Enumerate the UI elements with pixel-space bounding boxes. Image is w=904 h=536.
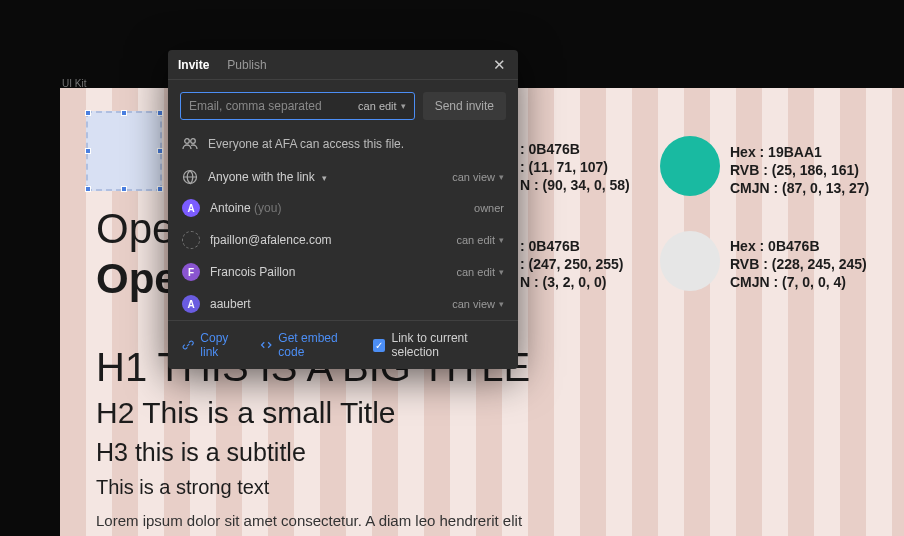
perm-select[interactable]: can edit ▾ [358, 100, 406, 112]
perm-owner: owner [474, 202, 504, 214]
modal-header: Invite Publish ✕ [168, 50, 518, 80]
color-info-left-top: : 0B476B : (11, 71, 107) N : (90, 34, 0,… [520, 140, 630, 195]
people-icon [182, 136, 198, 152]
cmjn-label: CMJN : (7, 0, 0, 4) [730, 273, 867, 291]
cmjn-label: N : (90, 34, 0, 58) [520, 176, 630, 194]
hex-label: Hex : 0B476B [730, 237, 867, 255]
perm-dropdown[interactable]: can view ▾ [452, 171, 504, 183]
perm-label: can view [452, 171, 495, 183]
h3-text: H3 this is a subtitle [96, 438, 306, 467]
avatar: A [182, 199, 200, 217]
person-row: A Antoine (you) owner [182, 192, 504, 224]
rvb-label: RVB : (228, 245, 245) [730, 255, 867, 273]
person-name: Francois Paillon [210, 265, 446, 279]
person-name: aaubert [210, 297, 442, 311]
resize-handle[interactable] [157, 110, 163, 116]
hex-label: : 0B476B [520, 237, 624, 255]
rvb-label: RVB : (25, 186, 161) [730, 161, 869, 179]
perm-dropdown[interactable]: can edit ▾ [456, 266, 504, 278]
chevron-down-icon: ▾ [499, 172, 504, 182]
open-bold-text: Ope [96, 255, 178, 303]
cmjn-label: N : (3, 2, 0, 0) [520, 273, 624, 291]
you-label: (you) [254, 201, 281, 215]
access-info: Everyone at AFA can access this file. [168, 132, 518, 162]
color-swatch-green [660, 136, 720, 196]
embed-code-button[interactable]: Get embed code [260, 331, 357, 359]
avatar: F [182, 263, 200, 281]
strong-text: This is a strong text [96, 476, 269, 499]
hex-label: Hex : 19BAA1 [730, 143, 869, 161]
invite-row: can edit ▾ Send invite [168, 80, 518, 132]
name-text: Antoine [210, 201, 251, 215]
svg-point-1 [191, 139, 196, 144]
chevron-down-icon: ▾ [401, 101, 406, 111]
resize-handle[interactable] [157, 186, 163, 192]
anyone-with-link-row: Anyone with the link ▾ can view ▾ [182, 162, 504, 192]
resize-handle[interactable] [85, 148, 91, 154]
rvb-label: : (247, 250, 255) [520, 255, 624, 273]
send-invite-button[interactable]: Send invite [423, 92, 506, 120]
hex-label: : 0B476B [520, 140, 630, 158]
tab-publish[interactable]: Publish [227, 52, 266, 78]
person-row: fpaillon@afalence.com can edit ▾ [182, 224, 504, 256]
chevron-down-icon: ▾ [499, 267, 504, 277]
copy-link-button[interactable]: Copy link [182, 331, 244, 359]
copy-link-label: Copy link [200, 331, 244, 359]
perm-label: can edit [456, 234, 495, 246]
link-selection-label: Link to current selection [392, 331, 504, 359]
person-name: Antoine (you) [210, 201, 464, 215]
link-icon [182, 338, 194, 352]
resize-handle[interactable] [121, 186, 127, 192]
h2-text: H2 This is a small Title [96, 396, 396, 430]
avatar-initial: A [187, 203, 194, 214]
resize-handle[interactable] [85, 186, 91, 192]
perm-label: can edit [358, 100, 397, 112]
pending-avatar-icon [182, 231, 200, 249]
invite-modal: Invite Publish ✕ can edit ▾ Send invite … [168, 50, 518, 369]
code-icon [260, 338, 272, 352]
perm-label: can edit [456, 266, 495, 278]
perm-label: can view [452, 298, 495, 310]
cmjn-label: CMJN : (87, 0, 13, 27) [730, 179, 869, 197]
color-info-right-top: Hex : 19BAA1 RVB : (25, 186, 161) CMJN :… [730, 143, 869, 198]
avatar: A [182, 295, 200, 313]
color-info-left-bot: : 0B476B : (247, 250, 255) N : (3, 2, 0,… [520, 237, 624, 292]
color-info-right-bot: Hex : 0B476B RVB : (228, 245, 245) CMJN … [730, 237, 867, 292]
chevron-down-icon[interactable]: ▾ [322, 173, 327, 183]
color-swatch-grey [660, 231, 720, 291]
tab-invite[interactable]: Invite [178, 52, 209, 78]
svg-point-0 [185, 139, 190, 144]
paragraph-text: Lorem ipsum dolor sit amet consectetur. … [96, 510, 522, 533]
chevron-down-icon: ▾ [499, 235, 504, 245]
embed-label: Get embed code [278, 331, 357, 359]
resize-handle[interactable] [121, 110, 127, 116]
open-light-text: Ope [96, 205, 175, 253]
uikit-label: UI Kit [62, 78, 86, 89]
chevron-down-icon: ▾ [499, 299, 504, 309]
selection-frame[interactable] [86, 111, 162, 191]
modal-footer: Copy link Get embed code ✓ Link to curre… [168, 320, 518, 369]
resize-handle[interactable] [85, 110, 91, 116]
person-name: fpaillon@afalence.com [210, 233, 446, 247]
close-icon[interactable]: ✕ [490, 57, 508, 72]
anyone-link-label: Anyone with the link ▾ [208, 170, 442, 184]
email-input-wrap: can edit ▾ [180, 92, 415, 120]
avatar-initial: F [188, 267, 194, 278]
person-row: F Francois Paillon can edit ▾ [182, 256, 504, 288]
email-input[interactable] [189, 99, 358, 113]
people-list: Anyone with the link ▾ can view ▾ A Anto… [168, 162, 518, 320]
access-info-text: Everyone at AFA can access this file. [208, 137, 404, 151]
link-selection-toggle[interactable]: ✓ Link to current selection [373, 331, 504, 359]
rvb-label: : (11, 71, 107) [520, 158, 630, 176]
globe-icon [182, 169, 198, 185]
person-row: A aaubert can view ▾ [182, 288, 504, 320]
perm-dropdown[interactable]: can view ▾ [452, 298, 504, 310]
resize-handle[interactable] [157, 148, 163, 154]
anyone-link-text: Anyone with the link [208, 170, 315, 184]
avatar-initial: A [187, 299, 194, 310]
checkbox-icon[interactable]: ✓ [373, 339, 385, 352]
perm-dropdown[interactable]: can edit ▾ [456, 234, 504, 246]
